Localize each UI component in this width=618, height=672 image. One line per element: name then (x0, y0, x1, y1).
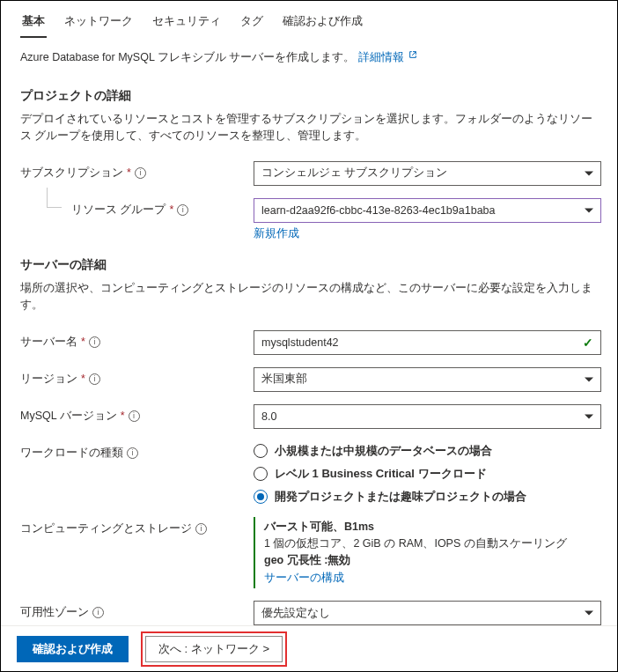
resource-group-label: リソース グループ* (20, 198, 254, 218)
project-desc: デプロイされているリソースとコストを管理するサブスクリプションを選択します。フォ… (20, 111, 601, 145)
workload-label: ワークロードの種類 (20, 441, 254, 461)
intro-text: Azure Database for MySQL フレキシブル サーバーを作成し… (20, 51, 355, 63)
info-icon[interactable] (89, 336, 100, 348)
radio-icon (254, 444, 268, 458)
review-create-button[interactable]: 確認および作成 (17, 636, 129, 662)
radio-icon (254, 467, 268, 481)
tab-tag[interactable]: タグ (239, 10, 265, 38)
resource-group-select[interactable]: learn-d2aa92f6-cbbc-413e-8263-4ec1b9a1ba… (254, 198, 601, 223)
region-label: リージョン* (20, 367, 254, 387)
tab-basic[interactable]: 基本 (20, 10, 47, 38)
external-link-icon (408, 50, 417, 59)
server-name-input[interactable]: mysqlstudent42 ✓ (254, 330, 601, 355)
compute-storage-summary: バースト可能、B1ms 1 個の仮想コア、2 GiB の RAM、IOPS の自… (254, 517, 601, 589)
info-icon[interactable] (135, 167, 146, 179)
info-icon[interactable] (92, 607, 104, 618)
server-heading: サーバーの詳細 (20, 257, 601, 273)
tab-bar: 基本 ネットワーク セキュリティ タグ 確認および作成 (20, 4, 601, 38)
intro-link[interactable]: 詳細情報 (358, 51, 417, 63)
server-desc: 場所の選択や、コンピューティングとストレージのリソースの構成など、このサーバーに… (20, 280, 601, 314)
tab-network[interactable]: ネットワーク (63, 10, 135, 38)
info-icon[interactable] (177, 204, 188, 216)
highlight-box: 次へ : ネットワーク > (141, 631, 287, 667)
info-icon[interactable] (127, 447, 138, 459)
workload-radio-tier1[interactable]: レベル 1 Business Critical ワークロード (254, 466, 601, 482)
info-icon[interactable] (129, 410, 140, 422)
compute-storage-label: コンピューティングとストレージ (20, 517, 254, 536)
info-icon[interactable] (89, 373, 100, 385)
mysql-version-label: MySQL バージョン* (20, 404, 254, 424)
info-icon[interactable] (195, 523, 207, 535)
tab-security[interactable]: セキュリティ (151, 10, 223, 38)
server-name-label: サーバー名* (20, 330, 254, 350)
project-heading: プロジェクトの詳細 (20, 88, 601, 104)
workload-radio-small[interactable]: 小規模または中規模のデータベースの場合 (254, 443, 601, 459)
valid-check-icon: ✓ (583, 336, 593, 350)
availability-zone-label: 可用性ゾーン (20, 601, 254, 620)
workload-radio-dev[interactable]: 開発プロジェクトまたは趣味プロジェクトの場合 (254, 489, 601, 505)
region-select[interactable]: 米国東部 (254, 367, 601, 392)
footer-bar: 確認および作成 次へ : ネットワーク > (1, 625, 617, 671)
workload-radio-group: 小規模または中規模のデータベースの場合 レベル 1 Business Criti… (254, 441, 601, 505)
resource-group-new-link[interactable]: 新規作成 (254, 226, 299, 241)
radio-icon (254, 490, 268, 504)
availability-zone-select[interactable]: 優先設定なし (254, 601, 601, 625)
mysql-version-select[interactable]: 8.0 (254, 404, 601, 429)
configure-server-link[interactable]: サーバーの構成 (264, 570, 601, 587)
tab-review[interactable]: 確認および作成 (281, 10, 364, 38)
subscription-select[interactable]: コンシェルジェ サブスクリプション (254, 161, 601, 186)
next-network-button[interactable]: 次へ : ネットワーク > (145, 636, 283, 662)
subscription-label: サブスクリプション* (20, 161, 254, 181)
